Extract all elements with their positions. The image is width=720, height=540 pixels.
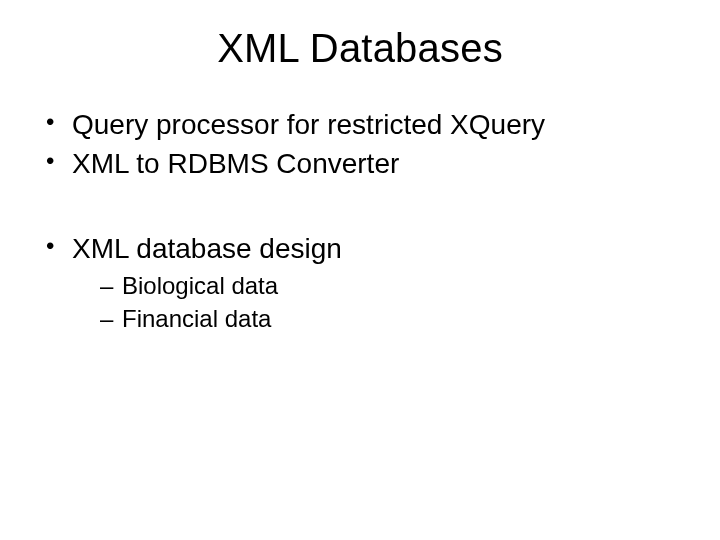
slide: XML Databases Query processor for restri…: [0, 0, 720, 540]
bullet-text: XML to RDBMS Converter: [72, 148, 399, 179]
sub-bullet-item: Biological data: [100, 270, 690, 301]
spacer: [30, 185, 690, 229]
bullet-list: Query processor for restricted XQuery XM…: [30, 107, 690, 181]
sub-bullet-text: Biological data: [122, 272, 278, 299]
bullet-item: Query processor for restricted XQuery: [46, 107, 690, 142]
sub-bullet-item: Financial data: [100, 303, 690, 334]
bullet-list: XML database design Biological data Fina…: [30, 231, 690, 334]
bullet-item: XML to RDBMS Converter: [46, 146, 690, 181]
bullet-item: XML database design Biological data Fina…: [46, 231, 690, 334]
slide-title: XML Databases: [30, 26, 690, 71]
sub-bullet-text: Financial data: [122, 305, 271, 332]
bullet-text: Query processor for restricted XQuery: [72, 109, 545, 140]
sub-bullet-list: Biological data Financial data: [72, 270, 690, 334]
bullet-text: XML database design: [72, 233, 342, 264]
